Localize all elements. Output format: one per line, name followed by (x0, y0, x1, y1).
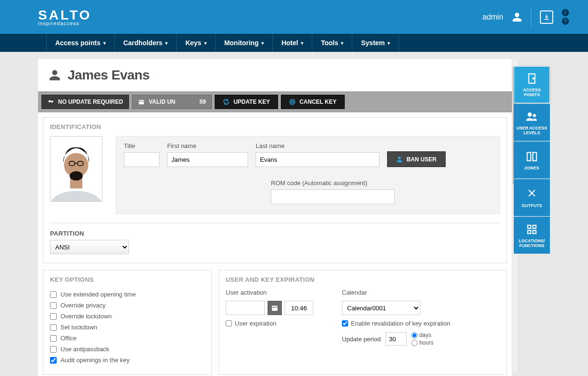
last-name-input[interactable] (256, 152, 379, 167)
rail-user-access-levels[interactable]: USER ACCESS LEVELS (514, 104, 550, 141)
panel-heading: USER AND KEY EXPIRATION (219, 270, 507, 289)
svg-point-13 (528, 112, 532, 117)
nav-cardholders[interactable]: Cardholders▾ (115, 34, 177, 52)
svg-rect-16 (533, 152, 537, 160)
checkbox[interactable] (50, 302, 57, 309)
identification-panel: IDENTIFICATION (43, 117, 507, 263)
opt-extended-opening: Use extended opening time (50, 289, 205, 300)
partition-heading: PARTITION (50, 230, 500, 237)
opt-override-lockdown: Override lockdown (50, 311, 205, 322)
help-icon[interactable]: ? (562, 18, 569, 25)
door-icon (526, 72, 538, 85)
calendar-picker-button[interactable] (268, 301, 282, 315)
first-name-label: First name (167, 142, 248, 149)
revalidation-checkbox[interactable] (342, 320, 348, 327)
info-icon[interactable]: i (562, 9, 569, 16)
side-rail: ACCESS POINTS USER ACCESS LEVELS ZONES O… (514, 66, 550, 254)
calendar-label: Calendar (342, 289, 450, 296)
checkbox[interactable] (50, 324, 57, 331)
rail-access-points[interactable]: ACCESS POINTS (514, 66, 550, 103)
unit-hours-radio[interactable] (411, 340, 418, 346)
nav-keys[interactable]: Keys▾ (177, 34, 215, 52)
nav-monitoring[interactable]: Monitoring▾ (216, 34, 273, 52)
page-title: James Evans (68, 68, 149, 83)
grid-icon (526, 223, 538, 236)
user-expiration-checkbox[interactable] (226, 320, 232, 327)
valid-badge: VALID UN 59 (132, 95, 212, 109)
avatar-image (50, 137, 102, 201)
title-label: Title (124, 142, 159, 149)
activation-time-input[interactable] (285, 301, 313, 315)
key-options-panel: KEY OPTIONS Use extended opening time Ov… (43, 270, 212, 375)
key-options-list: Use extended opening time Override priva… (50, 289, 205, 366)
update-period-input[interactable] (386, 332, 407, 346)
last-name-label: Last name (256, 142, 379, 149)
svg-rect-10 (272, 306, 278, 311)
svg-rect-20 (533, 230, 536, 234)
opt-antipassback: Use antipassback (50, 344, 205, 355)
nav-access-points[interactable]: Access points▾ (46, 34, 115, 52)
activation-label: User activation (226, 289, 313, 296)
app-header: SALTO inspiredaccess admin i ? (0, 0, 588, 34)
chevron-down-icon: ▾ (103, 40, 106, 46)
outputs-icon (526, 188, 538, 200)
key-icon (48, 99, 54, 105)
checkbox[interactable] (50, 346, 57, 353)
panel-heading: IDENTIFICATION (43, 118, 507, 136)
download-button[interactable] (540, 10, 553, 24)
main-content: James Evans NO UPDATE REQUIRED VALID UN … (38, 59, 512, 376)
revalidation-label: Enable revalidation of key expiration (351, 320, 450, 327)
user-expiration-label: User expiration (235, 320, 276, 327)
cancel-key-button[interactable]: CANCEL KEY (281, 95, 345, 109)
current-user-label: admin (482, 13, 503, 21)
nav-system[interactable]: System▾ (352, 34, 399, 52)
svg-rect-19 (528, 230, 531, 234)
calendar-icon (271, 304, 279, 312)
chevron-down-icon: ▾ (341, 40, 343, 46)
page-title-row: James Evans (38, 59, 512, 91)
rail-locations-functions[interactable]: LOCATIONS/ FUNCTIONS (514, 217, 550, 254)
rail-outputs[interactable]: OUTPUTS (514, 179, 550, 216)
svg-rect-0 (139, 100, 144, 104)
svg-point-12 (533, 78, 534, 79)
calendar-select[interactable]: Calendar0001 (342, 301, 420, 315)
checkbox[interactable] (50, 291, 57, 298)
update-key-button[interactable]: UPDATE KEY (215, 95, 278, 109)
chevron-down-icon: ▾ (301, 40, 303, 46)
brand-logo: SALTO inspiredaccess (38, 8, 91, 26)
valid-count: 59 (199, 99, 206, 105)
title-input[interactable] (124, 152, 159, 167)
chevron-down-icon: ▾ (204, 40, 207, 46)
rom-code-input[interactable] (271, 189, 395, 204)
no-update-badge: NO UPDATE REQUIRED (41, 95, 129, 109)
header-divider (531, 8, 531, 27)
person-icon (49, 69, 61, 81)
ban-user-icon (396, 156, 403, 163)
partition-select[interactable]: ANSI (50, 240, 129, 254)
svg-rect-15 (527, 152, 531, 160)
user-icon[interactable] (512, 12, 522, 22)
opt-audit-openings: Audit openings in the key (50, 355, 205, 366)
checkbox[interactable] (50, 357, 57, 364)
nav-hotel[interactable]: Hotel▾ (273, 34, 312, 52)
svg-point-14 (533, 114, 536, 117)
panel-heading: KEY OPTIONS (43, 270, 211, 289)
ban-user-button[interactable]: BAN USER (387, 151, 446, 167)
opt-office: Office (50, 333, 205, 344)
rom-code-label: ROM code (Automatic assignment) (271, 179, 395, 187)
activation-date-input[interactable] (226, 301, 265, 315)
zones-icon (526, 150, 538, 163)
unit-days-radio[interactable] (411, 332, 418, 338)
chevron-down-icon: ▾ (261, 40, 264, 46)
nav-tools[interactable]: Tools▾ (312, 34, 352, 52)
checkbox[interactable] (50, 335, 57, 342)
svg-point-6 (70, 171, 82, 180)
update-period-label: Update period (342, 336, 381, 343)
rail-zones[interactable]: ZONES (514, 141, 550, 178)
svg-rect-17 (528, 225, 531, 228)
calendar-icon (138, 99, 145, 105)
checkbox[interactable] (50, 313, 57, 320)
first-name-input[interactable] (167, 152, 248, 167)
user-photo[interactable] (50, 136, 102, 202)
refresh-icon (223, 99, 229, 105)
